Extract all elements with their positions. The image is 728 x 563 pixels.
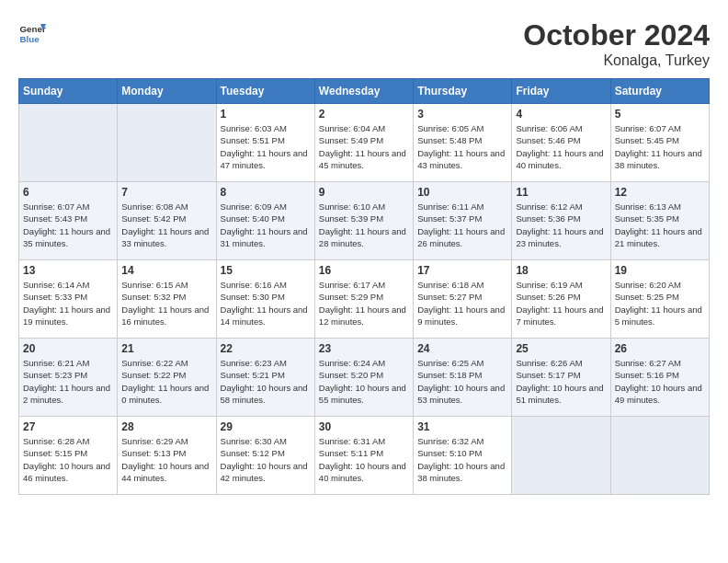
- calendar-day: 31Sunrise: 6:32 AMSunset: 5:10 PMDayligh…: [414, 417, 512, 495]
- day-info: Sunrise: 6:31 AMSunset: 5:11 PMDaylight:…: [319, 435, 409, 484]
- calendar-day: 9Sunrise: 6:10 AMSunset: 5:39 PMDaylight…: [314, 182, 413, 260]
- calendar-day: 19Sunrise: 6:20 AMSunset: 5:25 PMDayligh…: [610, 260, 709, 339]
- day-info: Sunrise: 6:15 AMSunset: 5:32 PMDaylight:…: [121, 279, 211, 327]
- day-info: Sunrise: 6:11 AMSunset: 5:37 PMDaylight:…: [417, 201, 507, 249]
- calendar-day: 5Sunrise: 6:07 AMSunset: 5:45 PMDaylight…: [610, 104, 709, 182]
- day-number: 3: [417, 108, 507, 121]
- calendar-week: 1Sunrise: 6:03 AMSunset: 5:51 PMDaylight…: [19, 104, 710, 182]
- day-number: 23: [319, 342, 409, 355]
- day-number: 30: [319, 420, 409, 433]
- calendar-header: SundayMondayTuesdayWednesdayThursdayFrid…: [19, 79, 710, 104]
- calendar-day: 12Sunrise: 6:13 AMSunset: 5:35 PMDayligh…: [610, 182, 709, 260]
- calendar-day: [19, 104, 118, 182]
- calendar-day: 22Sunrise: 6:23 AMSunset: 5:21 PMDayligh…: [216, 339, 314, 417]
- calendar-day: 4Sunrise: 6:06 AMSunset: 5:46 PMDaylight…: [512, 104, 610, 182]
- day-number: 9: [319, 186, 409, 199]
- day-info: Sunrise: 6:08 AMSunset: 5:42 PMDaylight:…: [121, 201, 211, 249]
- calendar-day: 3Sunrise: 6:05 AMSunset: 5:48 PMDaylight…: [414, 104, 512, 182]
- day-info: Sunrise: 6:21 AMSunset: 5:23 PMDaylight:…: [23, 357, 113, 406]
- calendar-day: 11Sunrise: 6:12 AMSunset: 5:36 PMDayligh…: [512, 182, 610, 260]
- day-number: 13: [23, 264, 113, 277]
- calendar-day: 15Sunrise: 6:16 AMSunset: 5:30 PMDayligh…: [216, 260, 314, 339]
- day-number: 24: [417, 342, 507, 355]
- logo-icon: General Blue: [18, 18, 46, 46]
- location: Konalga, Turkey: [523, 52, 710, 69]
- calendar-day: 29Sunrise: 6:30 AMSunset: 5:12 PMDayligh…: [216, 417, 314, 495]
- calendar-day: 1Sunrise: 6:03 AMSunset: 5:51 PMDaylight…: [216, 104, 314, 182]
- day-info: Sunrise: 6:07 AMSunset: 5:43 PMDaylight:…: [23, 201, 113, 249]
- day-number: 11: [516, 186, 606, 199]
- calendar-day: 6Sunrise: 6:07 AMSunset: 5:43 PMDaylight…: [19, 182, 118, 260]
- day-info: Sunrise: 6:16 AMSunset: 5:30 PMDaylight:…: [221, 279, 311, 327]
- day-info: Sunrise: 6:32 AMSunset: 5:10 PMDaylight:…: [417, 435, 507, 484]
- calendar-day: 21Sunrise: 6:22 AMSunset: 5:22 PMDayligh…: [118, 339, 216, 417]
- calendar-day: 8Sunrise: 6:09 AMSunset: 5:40 PMDaylight…: [216, 182, 314, 260]
- day-number: 1: [221, 108, 311, 121]
- calendar-day: [118, 104, 216, 182]
- day-info: Sunrise: 6:14 AMSunset: 5:33 PMDaylight:…: [23, 279, 113, 327]
- day-info: Sunrise: 6:13 AMSunset: 5:35 PMDaylight:…: [615, 201, 705, 249]
- calendar-day: 30Sunrise: 6:31 AMSunset: 5:11 PMDayligh…: [314, 417, 413, 495]
- calendar-day: 27Sunrise: 6:28 AMSunset: 5:15 PMDayligh…: [19, 417, 118, 495]
- calendar-day: 23Sunrise: 6:24 AMSunset: 5:20 PMDayligh…: [314, 339, 413, 417]
- day-info: Sunrise: 6:23 AMSunset: 5:21 PMDaylight:…: [221, 357, 311, 406]
- calendar-day: 20Sunrise: 6:21 AMSunset: 5:23 PMDayligh…: [19, 339, 118, 417]
- day-info: Sunrise: 6:18 AMSunset: 5:27 PMDaylight:…: [417, 279, 507, 327]
- day-number: 21: [121, 342, 211, 355]
- calendar-day: 18Sunrise: 6:19 AMSunset: 5:26 PMDayligh…: [512, 260, 610, 339]
- day-number: 16: [319, 264, 409, 277]
- day-header: Wednesday: [314, 79, 413, 104]
- day-info: Sunrise: 6:27 AMSunset: 5:16 PMDaylight:…: [615, 357, 705, 406]
- day-header: Friday: [512, 79, 610, 104]
- day-number: 31: [417, 420, 507, 433]
- calendar-week: 27Sunrise: 6:28 AMSunset: 5:15 PMDayligh…: [19, 417, 710, 495]
- calendar-day: 16Sunrise: 6:17 AMSunset: 5:29 PMDayligh…: [314, 260, 413, 339]
- day-info: Sunrise: 6:19 AMSunset: 5:26 PMDaylight:…: [516, 279, 606, 327]
- calendar-day: 28Sunrise: 6:29 AMSunset: 5:13 PMDayligh…: [118, 417, 216, 495]
- day-number: 2: [319, 108, 409, 121]
- svg-text:Blue: Blue: [20, 34, 40, 44]
- calendar-day: 26Sunrise: 6:27 AMSunset: 5:16 PMDayligh…: [610, 339, 709, 417]
- day-number: 12: [615, 186, 705, 199]
- day-info: Sunrise: 6:07 AMSunset: 5:45 PMDaylight:…: [615, 122, 705, 171]
- day-info: Sunrise: 6:12 AMSunset: 5:36 PMDaylight:…: [516, 201, 606, 249]
- logo: General Blue: [18, 18, 46, 46]
- day-info: Sunrise: 6:03 AMSunset: 5:51 PMDaylight:…: [221, 122, 311, 171]
- day-number: 28: [121, 420, 211, 433]
- calendar-table: SundayMondayTuesdayWednesdayThursdayFrid…: [18, 78, 710, 495]
- calendar-day: 25Sunrise: 6:26 AMSunset: 5:17 PMDayligh…: [512, 339, 610, 417]
- day-number: 22: [221, 342, 311, 355]
- day-number: 19: [615, 264, 705, 277]
- day-info: Sunrise: 6:29 AMSunset: 5:13 PMDaylight:…: [121, 435, 211, 484]
- page-header: General Blue October 2024 Konalga, Turke…: [18, 18, 710, 69]
- day-number: 20: [23, 342, 113, 355]
- calendar-day: 17Sunrise: 6:18 AMSunset: 5:27 PMDayligh…: [414, 260, 512, 339]
- day-number: 7: [121, 186, 211, 199]
- day-info: Sunrise: 6:20 AMSunset: 5:25 PMDaylight:…: [615, 279, 705, 327]
- calendar-day: [512, 417, 610, 495]
- calendar-week: 13Sunrise: 6:14 AMSunset: 5:33 PMDayligh…: [19, 260, 710, 339]
- day-number: 29: [221, 420, 311, 433]
- day-info: Sunrise: 6:22 AMSunset: 5:22 PMDaylight:…: [121, 357, 211, 406]
- day-info: Sunrise: 6:10 AMSunset: 5:39 PMDaylight:…: [319, 201, 409, 249]
- day-header: Thursday: [414, 79, 512, 104]
- calendar-week: 6Sunrise: 6:07 AMSunset: 5:43 PMDaylight…: [19, 182, 710, 260]
- calendar-day: 7Sunrise: 6:08 AMSunset: 5:42 PMDaylight…: [118, 182, 216, 260]
- calendar-day: 13Sunrise: 6:14 AMSunset: 5:33 PMDayligh…: [19, 260, 118, 339]
- day-number: 14: [121, 264, 211, 277]
- calendar-day: 24Sunrise: 6:25 AMSunset: 5:18 PMDayligh…: [414, 339, 512, 417]
- day-header: Tuesday: [216, 79, 314, 104]
- day-header: Sunday: [19, 79, 118, 104]
- day-info: Sunrise: 6:04 AMSunset: 5:49 PMDaylight:…: [319, 122, 409, 171]
- day-number: 25: [516, 342, 606, 355]
- day-number: 4: [516, 108, 606, 121]
- calendar-body: 1Sunrise: 6:03 AMSunset: 5:51 PMDaylight…: [19, 104, 710, 495]
- day-info: Sunrise: 6:06 AMSunset: 5:46 PMDaylight:…: [516, 122, 606, 171]
- day-info: Sunrise: 6:09 AMSunset: 5:40 PMDaylight:…: [221, 201, 311, 249]
- calendar-day: 2Sunrise: 6:04 AMSunset: 5:49 PMDaylight…: [314, 104, 413, 182]
- day-number: 10: [417, 186, 507, 199]
- day-info: Sunrise: 6:17 AMSunset: 5:29 PMDaylight:…: [319, 279, 409, 327]
- day-info: Sunrise: 6:30 AMSunset: 5:12 PMDaylight:…: [221, 435, 311, 484]
- day-info: Sunrise: 6:26 AMSunset: 5:17 PMDaylight:…: [516, 357, 606, 406]
- day-header: Saturday: [610, 79, 709, 104]
